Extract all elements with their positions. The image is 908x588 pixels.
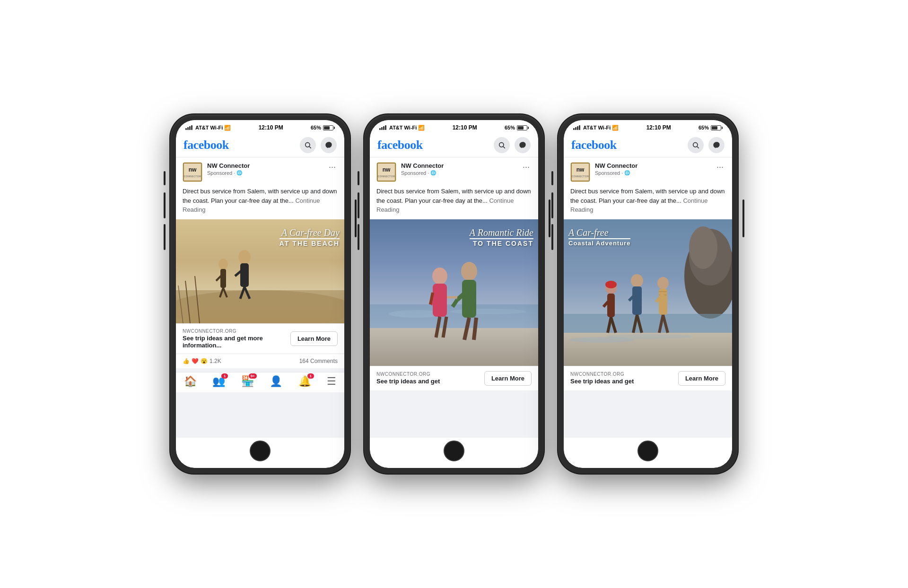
wifi-icon-3: 📶 [612,125,619,131]
ad-image-beach: A Car-free Day AT THE BEACH NWCONNECTOR.… [176,219,344,368]
volume-up-button [164,192,166,218]
ad-cta-coastal: See trip ideas and get [570,378,678,385]
post-meta-romantic: Sponsored · 🌐 [401,170,444,176]
sponsored-label: Sponsored [207,170,232,176]
power-button [355,199,357,237]
phone-coastal-inner: AT&T Wi-Fi 📶 12:10 PM 65% [564,120,732,468]
svg-point-0 [306,143,310,147]
mute-button-2 [358,171,359,185]
advertiser-name-romantic: NW Connector [401,162,444,170]
facebook-logo: facebook [183,138,229,152]
post-text-romantic: Direct bus service from Salem, with serv… [370,187,538,219]
svg-rect-57 [564,314,732,333]
carrier-text-3: AT&T Wi-Fi [583,125,611,130]
volume-down-button-2 [358,224,359,250]
globe-icon: 🌐 [236,170,242,175]
post-header-beach: nw CONNECTOR NW Connector Sponsored [176,157,344,187]
messenger-button[interactable] [321,137,337,153]
search-button-3[interactable] [688,137,704,153]
phone-2-wrapper: AT&T Wi-Fi 📶 12:10 PM 65% [364,114,544,474]
post-options-button[interactable]: ··· [327,162,338,172]
menu-icon: ☰ [327,375,336,388]
facebook-logo-2: facebook [377,138,423,152]
nw-connector-logo: nw CONNECTOR [183,162,202,182]
header-icons-3 [688,137,725,153]
facebook-header-coastal: facebook [564,133,732,157]
coastal-title-line1: A Car-free [568,227,630,238]
svg-text:CONNECTOR: CONNECTOR [184,175,201,178]
nav-menu[interactable]: ☰ [327,375,336,388]
nw-connector-logo-3: nw CONNECTOR [570,162,590,182]
svg-point-67 [631,274,643,287]
svg-rect-14 [220,269,226,288]
facebook-logo-3: facebook [571,138,617,152]
phones-container: AT&T Wi-Fi 📶 12:10 PM 65% [0,0,908,588]
post-header-left-2: nw CONNECTOR NW Connector Sponsored [376,162,444,182]
romantic-title-line2: TO THE COAST [470,238,533,247]
search-button-2[interactable] [494,137,510,153]
beach-title-line1: A Car-free Day [279,227,340,238]
header-icons-2 [494,137,531,153]
home-button-3[interactable] [637,441,658,461]
signal-icon-3 [573,125,580,130]
learn-more-button-romantic[interactable]: Learn More [484,371,532,386]
phone-coastal: AT&T Wi-Fi 📶 12:10 PM 65% [558,114,738,474]
post-options-button-3[interactable]: ··· [715,162,725,172]
phone-beach: AT&T Wi-Fi 📶 12:10 PM 65% [170,114,350,474]
romantic-image-container: A Romantic Ride TO THE COAST [370,219,538,366]
battery-percent-2: 65% [505,125,515,130]
home-button-2[interactable] [444,441,464,461]
learn-more-button-beach[interactable]: Learn More [290,331,338,346]
time-display-2: 12:10 PM [453,124,477,131]
search-button[interactable] [300,137,316,153]
nav-profile[interactable]: 👤 [270,375,282,388]
nw-connector-logo-2: nw CONNECTOR [376,162,396,182]
home-button[interactable] [250,441,271,461]
screen-romantic: AT&T Wi-Fi 📶 12:10 PM 65% [370,120,538,468]
status-right: 65% [311,125,335,130]
volume-up-button-2 [358,192,359,218]
svg-point-40 [461,262,477,281]
svg-point-23 [499,143,504,147]
beach-text-overlay: A Car-free Day AT THE BEACH [279,227,340,247]
svg-point-72 [657,277,669,289]
reactions-left: 👍 ❤️ 😮 1.2K [183,358,221,364]
signal-icon [185,125,192,130]
profile-icon: 👤 [270,375,282,388]
messenger-button-2[interactable] [515,137,531,153]
ad-website-beach: NWCONNECTOR.ORG [183,329,290,334]
nav-home[interactable]: 🏠 [184,375,197,388]
wow-emoji: 😮 [201,358,208,364]
svg-point-56 [689,226,717,269]
messenger-button-3[interactable] [708,137,725,153]
wifi-icon: 📶 [224,125,231,131]
learn-more-button-coastal[interactable]: Learn More [678,371,725,386]
post-card-beach: nw CONNECTOR NW Connector Sponsored [176,157,344,368]
ad-footer-left-3: NWCONNECTOR.ORG See trip ideas and get [570,372,678,385]
header-icons [300,137,337,153]
post-header-left: nw CONNECTOR NW Connector Sponsored [183,162,250,182]
svg-point-33 [450,309,526,314]
svg-rect-31 [370,328,538,366]
post-text-coastal: Direct bus service from Salem, with serv… [564,187,732,219]
globe-icon-3: 🌐 [624,170,630,175]
nav-notifications[interactable]: 🔔 1 [298,375,311,388]
status-bar-beach: AT&T Wi-Fi 📶 12:10 PM 65% [176,120,344,133]
notifications-badge: 1 [307,373,314,379]
nav-marketplace[interactable]: 🏪 9+ [241,375,254,388]
ad-image-romantic: A Romantic Ride TO THE COAST NWCONNECTOR… [370,219,538,390]
ad-website-coastal: NWCONNECTOR.ORG [570,372,678,377]
volume-down-button-3 [551,224,553,250]
advertiser-name-beach: NW Connector [207,162,250,170]
post-text-beach: Direct bus service from Salem, with serv… [176,187,344,219]
mute-button [164,171,166,185]
ad-cta-romantic: See trip ideas and get [376,378,484,385]
status-left-2: AT&T Wi-Fi 📶 [379,125,425,131]
globe-icon-2: 🌐 [430,170,436,175]
carrier-text: AT&T Wi-Fi [195,125,223,130]
nav-friends[interactable]: 👥 1 [212,375,225,388]
phone-romantic: AT&T Wi-Fi 📶 12:10 PM 65% [364,114,544,474]
ad-cta-beach: See trip ideas and get more information.… [183,335,290,349]
post-meta-beach: Sponsored · 🌐 [207,170,250,176]
post-options-button-2[interactable]: ··· [521,162,532,172]
